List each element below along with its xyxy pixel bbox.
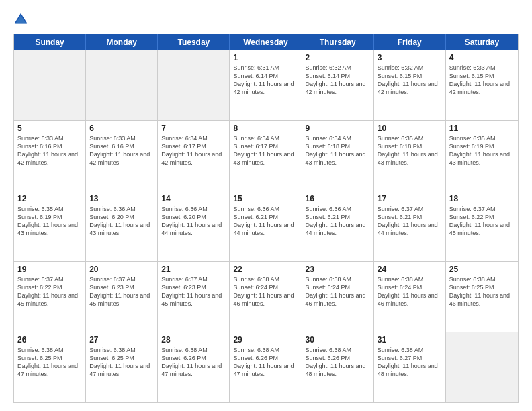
day-number: 20 [89, 265, 154, 274]
day-number: 30 [306, 335, 370, 345]
calendar-cell: 11Sunrise: 6:35 AM Sunset: 6:19 PM Dayli… [446, 121, 518, 191]
day-number: 7 [161, 124, 226, 133]
calendar-cell: 4Sunrise: 6:33 AM Sunset: 6:15 PM Daylig… [446, 50, 518, 120]
calendar-cell: 20Sunrise: 6:37 AM Sunset: 6:23 PM Dayli… [86, 262, 158, 332]
calendar-cell: 21Sunrise: 6:37 AM Sunset: 6:23 PM Dayli… [158, 262, 230, 332]
calendar-cell: 7Sunrise: 6:34 AM Sunset: 6:17 PM Daylig… [158, 121, 230, 191]
calendar-cell: 14Sunrise: 6:36 AM Sunset: 6:20 PM Dayli… [158, 191, 230, 261]
calendar-cell: 26Sunrise: 6:38 AM Sunset: 6:25 PM Dayli… [14, 332, 86, 402]
day-number: 3 [378, 53, 442, 62]
calendar-cell: 22Sunrise: 6:38 AM Sunset: 6:24 PM Dayli… [230, 262, 302, 332]
day-number: 13 [89, 194, 154, 203]
day-info: Sunrise: 6:33 AM Sunset: 6:16 PM Dayligh… [89, 134, 154, 167]
day-number: 25 [449, 265, 515, 274]
calendar-cell: 24Sunrise: 6:38 AM Sunset: 6:24 PM Dayli… [374, 262, 446, 332]
weekday-header: Tuesday [158, 34, 230, 50]
day-info: Sunrise: 6:38 AM Sunset: 6:25 PM Dayligh… [89, 346, 154, 379]
calendar-header: SundayMondayTuesdayWednesdayThursdayFrid… [14, 34, 518, 50]
calendar-cell: 27Sunrise: 6:38 AM Sunset: 6:25 PM Dayli… [86, 332, 158, 402]
day-number: 6 [89, 124, 154, 133]
day-info: Sunrise: 6:35 AM Sunset: 6:19 PM Dayligh… [17, 205, 82, 238]
day-info: Sunrise: 6:37 AM Sunset: 6:22 PM Dayligh… [449, 205, 515, 238]
calendar-cell: 28Sunrise: 6:38 AM Sunset: 6:26 PM Dayli… [158, 332, 230, 402]
day-info: Sunrise: 6:38 AM Sunset: 6:27 PM Dayligh… [378, 346, 442, 379]
calendar-cell: 15Sunrise: 6:36 AM Sunset: 6:21 PM Dayli… [230, 191, 302, 261]
day-number: 2 [306, 53, 370, 62]
day-info: Sunrise: 6:37 AM Sunset: 6:21 PM Dayligh… [378, 205, 442, 238]
day-info: Sunrise: 6:37 AM Sunset: 6:22 PM Dayligh… [17, 275, 82, 308]
day-info: Sunrise: 6:32 AM Sunset: 6:15 PM Dayligh… [378, 64, 442, 97]
calendar-cell: 23Sunrise: 6:38 AM Sunset: 6:24 PM Dayli… [302, 262, 374, 332]
calendar-cell: 9Sunrise: 6:34 AM Sunset: 6:18 PM Daylig… [302, 121, 374, 191]
day-info: Sunrise: 6:36 AM Sunset: 6:20 PM Dayligh… [89, 205, 154, 238]
day-info: Sunrise: 6:35 AM Sunset: 6:18 PM Dayligh… [378, 134, 442, 167]
day-info: Sunrise: 6:34 AM Sunset: 6:17 PM Dayligh… [161, 134, 226, 167]
day-number: 9 [306, 124, 370, 133]
weekday-header: Thursday [302, 34, 374, 50]
day-info: Sunrise: 6:32 AM Sunset: 6:14 PM Dayligh… [306, 64, 370, 97]
day-info: Sunrise: 6:35 AM Sunset: 6:19 PM Dayligh… [449, 134, 515, 167]
day-info: Sunrise: 6:38 AM Sunset: 6:26 PM Dayligh… [161, 346, 226, 379]
calendar-cell: 19Sunrise: 6:37 AM Sunset: 6:22 PM Dayli… [14, 262, 86, 332]
day-number: 16 [306, 194, 370, 203]
day-number: 10 [378, 124, 442, 133]
calendar-cell: 2Sunrise: 6:32 AM Sunset: 6:14 PM Daylig… [302, 50, 374, 120]
day-info: Sunrise: 6:31 AM Sunset: 6:14 PM Dayligh… [233, 64, 298, 97]
weekday-header: Sunday [14, 34, 86, 50]
day-info: Sunrise: 6:38 AM Sunset: 6:25 PM Dayligh… [17, 346, 82, 379]
day-number: 17 [378, 194, 442, 203]
calendar-cell: 8Sunrise: 6:34 AM Sunset: 6:17 PM Daylig… [230, 121, 302, 191]
calendar: SundayMondayTuesdayWednesdayThursdayFrid… [13, 34, 519, 403]
calendar-week: 5Sunrise: 6:33 AM Sunset: 6:16 PM Daylig… [14, 121, 518, 191]
day-info: Sunrise: 6:37 AM Sunset: 6:23 PM Dayligh… [89, 275, 154, 308]
day-info: Sunrise: 6:33 AM Sunset: 6:16 PM Dayligh… [17, 134, 82, 167]
day-number: 11 [449, 124, 515, 133]
calendar-cell: 5Sunrise: 6:33 AM Sunset: 6:16 PM Daylig… [14, 121, 86, 191]
day-number: 22 [233, 265, 298, 274]
calendar-cell: 18Sunrise: 6:37 AM Sunset: 6:22 PM Dayli… [446, 191, 518, 261]
calendar-cell: 3Sunrise: 6:32 AM Sunset: 6:15 PM Daylig… [374, 50, 446, 120]
day-number: 18 [449, 194, 515, 203]
day-info: Sunrise: 6:38 AM Sunset: 6:26 PM Dayligh… [233, 346, 298, 379]
day-info: Sunrise: 6:37 AM Sunset: 6:23 PM Dayligh… [161, 275, 226, 308]
day-info: Sunrise: 6:34 AM Sunset: 6:17 PM Dayligh… [233, 134, 298, 167]
calendar-cell: 1Sunrise: 6:31 AM Sunset: 6:14 PM Daylig… [230, 50, 302, 120]
calendar-cell: 30Sunrise: 6:38 AM Sunset: 6:26 PM Dayli… [302, 332, 374, 402]
day-number: 12 [17, 194, 82, 203]
day-info: Sunrise: 6:38 AM Sunset: 6:24 PM Dayligh… [233, 275, 298, 308]
day-info: Sunrise: 6:34 AM Sunset: 6:18 PM Dayligh… [306, 134, 370, 167]
day-info: Sunrise: 6:38 AM Sunset: 6:26 PM Dayligh… [306, 346, 370, 379]
weekday-header: Monday [86, 34, 158, 50]
day-info: Sunrise: 6:36 AM Sunset: 6:21 PM Dayligh… [233, 205, 298, 238]
calendar-cell: 13Sunrise: 6:36 AM Sunset: 6:20 PM Dayli… [86, 191, 158, 261]
day-number: 14 [161, 194, 226, 203]
day-info: Sunrise: 6:38 AM Sunset: 6:24 PM Dayligh… [378, 275, 442, 308]
day-number: 28 [161, 335, 226, 345]
weekday-header: Friday [374, 34, 446, 50]
weekday-header: Saturday [446, 34, 518, 50]
calendar-week: 12Sunrise: 6:35 AM Sunset: 6:19 PM Dayli… [14, 191, 518, 262]
logo-icon [13, 12, 28, 27]
day-number: 23 [306, 265, 370, 274]
calendar-cell [158, 50, 230, 120]
calendar-cell: 29Sunrise: 6:38 AM Sunset: 6:26 PM Dayli… [230, 332, 302, 402]
calendar-week: 1Sunrise: 6:31 AM Sunset: 6:14 PM Daylig… [14, 50, 518, 121]
calendar-cell: 16Sunrise: 6:36 AM Sunset: 6:21 PM Dayli… [302, 191, 374, 261]
logo [13, 12, 31, 27]
day-number: 27 [89, 335, 154, 345]
calendar-cell: 12Sunrise: 6:35 AM Sunset: 6:19 PM Dayli… [14, 191, 86, 261]
calendar-cell: 10Sunrise: 6:35 AM Sunset: 6:18 PM Dayli… [374, 121, 446, 191]
calendar-week: 19Sunrise: 6:37 AM Sunset: 6:22 PM Dayli… [14, 262, 518, 332]
calendar-cell: 6Sunrise: 6:33 AM Sunset: 6:16 PM Daylig… [86, 121, 158, 191]
calendar-cell: 25Sunrise: 6:38 AM Sunset: 6:25 PM Dayli… [446, 262, 518, 332]
day-info: Sunrise: 6:38 AM Sunset: 6:25 PM Dayligh… [449, 275, 515, 308]
day-number: 29 [233, 335, 298, 345]
day-number: 31 [378, 335, 442, 345]
day-number: 5 [17, 124, 82, 133]
day-info: Sunrise: 6:36 AM Sunset: 6:20 PM Dayligh… [161, 205, 226, 238]
calendar-cell [446, 332, 518, 402]
day-number: 24 [378, 265, 442, 274]
day-number: 21 [161, 265, 226, 274]
calendar-cell [86, 50, 158, 120]
day-number: 15 [233, 194, 298, 203]
